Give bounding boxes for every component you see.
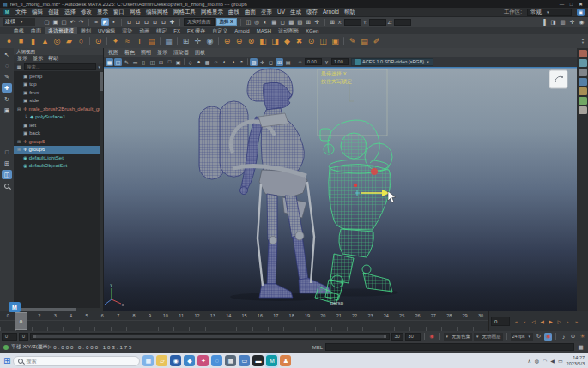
- workspace-dropdown[interactable]: 常规 ▼: [527, 9, 572, 16]
- shelf-tab[interactable]: 动画: [136, 27, 153, 34]
- move-tool[interactable]: ✚: [2, 83, 12, 93]
- tool-settings-tab[interactable]: [579, 69, 587, 76]
- soft-select-icon[interactable]: ◎: [253, 18, 261, 26]
- step-back-button[interactable]: ◁: [530, 317, 537, 326]
- field-chart-icon[interactable]: ⊞: [157, 58, 165, 66]
- current-frame-field[interactable]: 0: [491, 317, 510, 326]
- menu-item[interactable]: 窗口: [113, 9, 124, 16]
- taskbar-app-browser[interactable]: ◉: [170, 355, 181, 366]
- timeline-track[interactable]: 0123456789101112131415161718192021222324…: [0, 311, 489, 331]
- menu-item[interactable]: 网格工具: [173, 9, 196, 16]
- shelf-icon[interactable]: [218, 37, 219, 45]
- resolution-gate-icon[interactable]: ▯: [140, 58, 148, 66]
- taskbar-app-photos[interactable]: ▦: [142, 355, 154, 366]
- scale-tool[interactable]: ▣: [2, 106, 12, 115]
- layout-single-pane[interactable]: □: [2, 148, 12, 157]
- attribute-editor-tab[interactable]: [579, 59, 587, 67]
- snap-grid-icon[interactable]: ⊔: [125, 18, 133, 26]
- x-coordinate-input[interactable]: [344, 19, 361, 26]
- minimize[interactable]: —: [557, 2, 567, 7]
- outliner-item[interactable]: ▣ top: [14, 81, 103, 89]
- anim-layer-dropdown[interactable]: ▼ 无动画层: [474, 333, 502, 341]
- select-object-icon[interactable]: ◩: [101, 18, 109, 26]
- viewport-menu-item[interactable]: 面板: [195, 49, 205, 57]
- viewport-popup-button[interactable]: [549, 70, 567, 88]
- isolate-select-icon[interactable]: ◻: [267, 58, 275, 66]
- grid-toggle-icon[interactable]: ⊞: [276, 58, 283, 66]
- outliner-item[interactable]: ⊞ ✛ group6: [14, 146, 103, 154]
- lasso-select-tool[interactable]: ◌: [2, 61, 12, 70]
- separate-icon[interactable]: ⊖: [233, 36, 245, 47]
- shelf-tab[interactable]: FX: [170, 27, 184, 34]
- go-to-start-button[interactable]: «: [512, 317, 520, 326]
- menu-item[interactable]: 文件: [15, 9, 27, 16]
- bridge-icon[interactable]: ◨: [270, 36, 281, 47]
- highlight-backfaces-icon[interactable]: ▦: [270, 18, 278, 26]
- taskbar-app-search-tool[interactable]: ◌: [211, 355, 222, 366]
- y-coordinate-input[interactable]: [369, 19, 386, 26]
- textured-icon[interactable]: ▩: [203, 58, 211, 66]
- shelf-icon[interactable]: [160, 37, 161, 45]
- menu-item[interactable]: 选择: [64, 9, 76, 16]
- shelf-scroll-arrows[interactable]: ▲▼: [581, 38, 585, 45]
- viewport-toolbar-icon[interactable]: [294, 58, 294, 65]
- platonic-solid-icon[interactable]: ✦: [110, 36, 121, 47]
- joint-tool-icon[interactable]: ✛: [192, 36, 203, 47]
- make-live-icon[interactable]: ✚: [168, 18, 176, 26]
- fps-dropdown[interactable]: 24 fps ▼: [511, 333, 533, 341]
- expander-icon[interactable]: └: [23, 114, 28, 119]
- go-to-end-button[interactable]: »: [573, 317, 580, 326]
- snap-curve-icon[interactable]: ⊔: [134, 18, 142, 26]
- current-frame-marker[interactable]: 0: [15, 312, 27, 330]
- poly-sphere-icon[interactable]: ●: [3, 36, 15, 47]
- input-line-mode-icon[interactable]: ⊞: [329, 18, 336, 26]
- viewport-menu-item[interactable]: 视图: [108, 49, 118, 57]
- play-forwards-button[interactable]: ▶: [547, 317, 555, 326]
- reflection-icon[interactable]: ◐: [262, 18, 270, 26]
- script-editor-icon[interactable]: ▦: [577, 343, 585, 351]
- snap-point-icon[interactable]: ⊔: [142, 18, 150, 26]
- open-scene-icon[interactable]: ▣: [52, 18, 59, 26]
- lattice-icon[interactable]: ⊞: [180, 36, 191, 47]
- boolean-icon[interactable]: ⊗: [246, 36, 257, 47]
- outliner-item[interactable]: ◉ defaultObjectSet: [14, 162, 103, 171]
- sweep-mesh-icon[interactable]: ▤: [146, 36, 157, 47]
- mirror-icon[interactable]: ◫: [318, 36, 329, 47]
- shelf-icon[interactable]: [343, 37, 344, 45]
- taskbar-search-input[interactable]: [26, 359, 135, 364]
- shelf-tab[interactable]: UV编辑: [94, 27, 118, 34]
- channel-box-tab[interactable]: [579, 50, 587, 57]
- mute-audio-icon[interactable]: ♪: [560, 333, 567, 341]
- outliner-menu-item[interactable]: 显示: [17, 55, 27, 63]
- paint-select-tool[interactable]: ✎: [2, 72, 12, 81]
- outliner-menu-item[interactable]: 显示: [33, 55, 43, 63]
- menu-item[interactable]: 网格: [130, 9, 141, 16]
- ik-handle-icon[interactable]: ◉: [204, 36, 215, 47]
- arnold-tab[interactable]: [579, 106, 587, 114]
- menu-item[interactable]: 网格显示: [201, 9, 223, 16]
- outliner-item[interactable]: ▣ left: [14, 121, 103, 130]
- menu-item[interactable]: 变形: [261, 9, 272, 16]
- viewport-toolbar-icon[interactable]: [247, 58, 248, 65]
- select-component-icon[interactable]: ▪: [110, 18, 118, 26]
- quad-draw-icon[interactable]: ▣: [330, 36, 341, 47]
- play-backwards-button[interactable]: ◀: [538, 317, 546, 326]
- playback-loop-icon[interactable]: ↻: [535, 333, 543, 341]
- outliner-item[interactable]: ▣ back: [14, 130, 103, 138]
- smooth-shade-icon[interactable]: ●: [195, 58, 203, 66]
- exposure-icon[interactable]: ☼: [296, 58, 304, 66]
- undo-icon[interactable]: ↶: [69, 18, 76, 26]
- gate-mask-icon[interactable]: ◫: [149, 58, 156, 66]
- shelf-tab[interactable]: 曲面: [27, 27, 45, 34]
- motion-blur-icon[interactable]: ◓: [238, 58, 246, 66]
- xray-joints-icon[interactable]: ✛: [258, 58, 266, 66]
- snap-projected-center-icon[interactable]: ⊔: [151, 18, 159, 26]
- fill-select-icon[interactable]: ▩: [288, 18, 295, 26]
- menu-item[interactable]: 创建: [48, 9, 59, 16]
- next-key-button[interactable]: ›: [564, 317, 572, 326]
- set-key-icon[interactable]: ◉: [428, 333, 436, 341]
- expander-icon[interactable]: ⊟: [16, 106, 21, 112]
- shelf-tab[interactable]: 雕刻: [77, 27, 94, 34]
- character-controls-tab[interactable]: [579, 87, 587, 95]
- channel-box-toggle[interactable]: ▥: [559, 18, 567, 26]
